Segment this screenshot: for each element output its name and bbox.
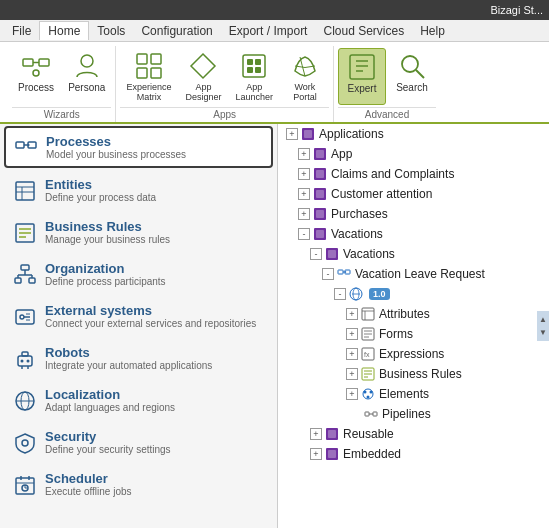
svg-rect-73 <box>316 230 324 238</box>
attributes-label: Attributes <box>379 307 430 321</box>
ribbon-btn-app-designer[interactable]: AppDesigner <box>179 48 227 105</box>
collapse-down-icon[interactable]: ▼ <box>539 328 547 337</box>
tree-node-app[interactable]: + App <box>278 144 549 164</box>
robots-icon <box>13 347 37 371</box>
toggle-attributes[interactable]: + <box>346 308 358 320</box>
toggle-vacations[interactable]: - <box>298 228 310 240</box>
ribbon-btn-persona[interactable]: Persona <box>62 48 111 105</box>
menu-item-tools[interactable]: Tools <box>89 22 133 40</box>
collapse-panel-button[interactable]: ▲ ▼ <box>537 311 549 341</box>
cube-icon-customer <box>312 186 328 202</box>
ribbon-btn-app-launcher[interactable]: AppLauncher <box>229 48 279 105</box>
svg-point-19 <box>402 56 418 72</box>
toggle-purchases[interactable]: + <box>298 208 310 220</box>
tree-node-vacations-sub[interactable]: - Vacations <box>278 244 549 264</box>
entities-icon <box>13 179 37 203</box>
toggle-elements[interactable]: + <box>346 388 358 400</box>
tree-node-biz-rules[interactable]: + Business Rules <box>278 364 549 384</box>
tree-node-customer[interactable]: + Customer attention <box>278 184 549 204</box>
toggle-app[interactable]: + <box>298 148 310 160</box>
wizard-item-processes[interactable]: Processes Model your business processes <box>4 126 273 168</box>
svg-rect-67 <box>316 170 324 178</box>
menu-item-help[interactable]: Help <box>412 22 453 40</box>
menu-item-cloud-services[interactable]: Cloud Services <box>315 22 412 40</box>
toggle-claims[interactable]: + <box>298 168 310 180</box>
ribbon-btn-expert[interactable]: Expert <box>338 48 386 105</box>
wizard-item-organization[interactable]: Organization Define process participants <box>4 254 273 294</box>
vacations-sub-label: Vacations <box>343 247 395 261</box>
toggle-forms[interactable]: + <box>346 328 358 340</box>
toggle-vacation-leave[interactable]: - <box>322 268 334 280</box>
biz-rules-icon <box>360 366 376 382</box>
wizard-item-scheduler[interactable]: Scheduler Execute offline jobs <box>4 464 273 504</box>
wizard-item-entities[interactable]: Entities Define your process data <box>4 170 273 210</box>
expressions-label: Expressions <box>379 347 444 361</box>
wizard-item-business-rules[interactable]: Business Rules Manage your business rule… <box>4 212 273 252</box>
menu-item-file[interactable]: File <box>4 22 39 40</box>
toggle-expressions[interactable]: + <box>346 348 358 360</box>
tree-node-reusable[interactable]: + Reusable <box>278 424 549 444</box>
tree-node-embedded[interactable]: + Embedded <box>278 444 549 464</box>
tree-node-pipelines[interactable]: Pipelines <box>278 404 549 424</box>
wizard-item-security[interactable]: Security Define your security settings <box>4 422 273 462</box>
svg-point-98 <box>370 391 373 394</box>
security-title: Security <box>45 429 171 444</box>
svg-rect-15 <box>350 55 374 79</box>
ribbon-btn-work-portal[interactable]: WorkPortal <box>281 48 329 105</box>
menu-item-configuration[interactable]: Configuration <box>133 22 220 40</box>
svg-rect-8 <box>151 68 161 78</box>
forms-label: Forms <box>379 327 413 341</box>
tree-node-vacations[interactable]: - Vacations <box>278 224 549 244</box>
toggle-vacations-sub[interactable]: - <box>310 248 322 260</box>
ribbon-btn-search[interactable]: Search <box>388 48 436 105</box>
claims-label: Claims and Complaints <box>331 167 454 181</box>
tree-node-claims[interactable]: + Claims and Complaints <box>278 164 549 184</box>
app-label: App <box>331 147 352 161</box>
tree-node-applications[interactable]: + Applications <box>278 124 549 144</box>
organization-title: Organization <box>45 261 166 276</box>
business-rules-desc: Manage your business rules <box>45 234 170 245</box>
svg-point-99 <box>367 396 370 399</box>
wizard-item-external-systems[interactable]: External systems Connect your external s… <box>4 296 273 336</box>
entities-text: Entities Define your process data <box>45 177 156 203</box>
wizard-item-robots[interactable]: Robots Integrate your automated applicat… <box>4 338 273 378</box>
svg-rect-45 <box>18 356 32 366</box>
tree-node-forms[interactable]: + Forms <box>278 324 549 344</box>
applications-label: Applications <box>319 127 384 141</box>
tree-node-vacation-leave[interactable]: - Vacation Leave Request <box>278 264 549 284</box>
toggle-applications[interactable]: + <box>286 128 298 140</box>
process-icon-vacation-leave <box>336 266 352 282</box>
tree-node-purchases[interactable]: + Purchases <box>278 204 549 224</box>
app-launcher-icon <box>238 50 270 82</box>
localization-text: Localization Adapt languages and regions <box>45 387 175 413</box>
cube-icon-claims <box>312 166 328 182</box>
ribbon-section-advanced: Expert Search Advanced <box>334 46 440 122</box>
svg-rect-46 <box>22 352 28 356</box>
menu-item-home[interactable]: Home <box>39 21 89 40</box>
tree-node-v10[interactable]: - 1.0 <box>278 284 549 304</box>
svg-rect-65 <box>316 150 324 158</box>
tree-node-attributes[interactable]: + Attributes <box>278 304 549 324</box>
menu-item-export-import[interactable]: Export / Import <box>221 22 316 40</box>
toggle-customer[interactable]: + <box>298 188 310 200</box>
ribbon-btn-process[interactable]: Process <box>12 48 60 105</box>
toggle-biz-rules[interactable]: + <box>346 368 358 380</box>
toggle-embedded[interactable]: + <box>310 448 322 460</box>
app-launcher-label: AppLauncher <box>235 82 273 102</box>
svg-rect-25 <box>16 182 34 200</box>
wizard-item-localization[interactable]: Localization Adapt languages and regions <box>4 380 273 420</box>
tree-node-elements[interactable]: + Elements <box>278 384 549 404</box>
ribbon-btn-experience-matrix[interactable]: ExperienceMatrix <box>120 48 177 105</box>
robots-desc: Integrate your automated applications <box>45 360 212 371</box>
security-text: Security Define your security settings <box>45 429 171 455</box>
embedded-label: Embedded <box>343 447 401 461</box>
toggle-reusable[interactable]: + <box>310 428 322 440</box>
svg-rect-71 <box>316 210 324 218</box>
toggle-v10[interactable]: - <box>334 288 346 300</box>
organization-icon <box>13 263 37 287</box>
collapse-up-icon[interactable]: ▲ <box>539 315 547 324</box>
tree-node-expressions[interactable]: + fx Expressions <box>278 344 549 364</box>
version-badge: 1.0 <box>369 288 390 300</box>
svg-rect-106 <box>328 450 336 458</box>
organization-desc: Define process participants <box>45 276 166 287</box>
